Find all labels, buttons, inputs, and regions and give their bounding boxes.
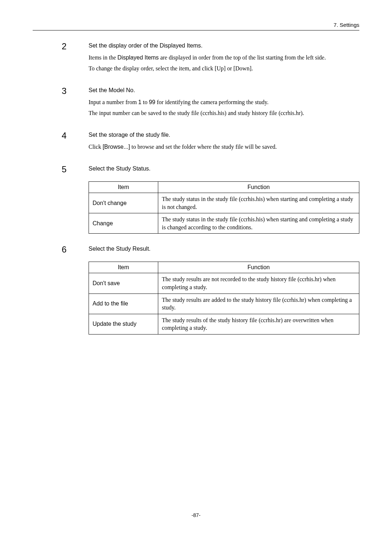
header-divider [33, 30, 359, 30]
chapter-label: 7. Settings [33, 22, 359, 30]
table-header-row: Item Function [89, 182, 359, 193]
step-number: 6 [33, 245, 76, 335]
step-body: Input a number from 1 to 99 for identify… [89, 98, 359, 118]
table-cell-item: Add to the file [89, 294, 158, 314]
table-row: Don't save The study results are not rec… [89, 273, 359, 294]
table-header-function: Function [158, 182, 359, 193]
table-cell-function: The study status in the study file (ccrh… [158, 213, 359, 234]
step-title: Select the Study Result. [89, 245, 359, 252]
table-cell-item: Don't change [89, 193, 158, 213]
table-cell-item: Update the study [89, 314, 158, 334]
table-header-row: Item Function [89, 262, 359, 273]
step-number: 2 [33, 41, 76, 75]
step-body: Items in the Displayed Items are display… [89, 53, 359, 73]
step-number: 3 [33, 86, 76, 120]
step-title: Set the display order of the Displayed I… [89, 41, 359, 49]
step-body: Click [Browse...] to browse and set the … [89, 143, 359, 151]
page-number: -87- [33, 512, 359, 518]
table-header-item: Item [89, 182, 158, 193]
table-row: Change The study status in the study fil… [89, 213, 359, 234]
table-header-item: Item [89, 262, 158, 273]
table-cell-function: The study results are added to the study… [158, 294, 359, 314]
table-cell-function: The study results are not recorded to th… [158, 273, 359, 294]
table-header-function: Function [158, 262, 359, 273]
step-title: Set the storage of the study file. [89, 131, 359, 138]
table-cell-item: Don't save [89, 273, 158, 294]
study-status-table: Item Function Don't change The study sta… [89, 181, 359, 234]
step-number: 4 [33, 131, 76, 153]
table-row: Update the study The study results of th… [89, 314, 359, 334]
step-title: Select the Study Status. [89, 164, 359, 172]
table-row: Add to the file The study results are ad… [89, 294, 359, 314]
step-title: Set the Model No. [89, 86, 359, 94]
table-row: Don't change The study status in the stu… [89, 193, 359, 213]
table-cell-function: The study results of the study history f… [158, 314, 359, 334]
table-cell-item: Change [89, 213, 158, 234]
study-result-table: Item Function Don't save The study resul… [89, 262, 359, 335]
step-number: 5 [33, 164, 76, 234]
table-cell-function: The study status in the study file (ccrh… [158, 193, 359, 213]
